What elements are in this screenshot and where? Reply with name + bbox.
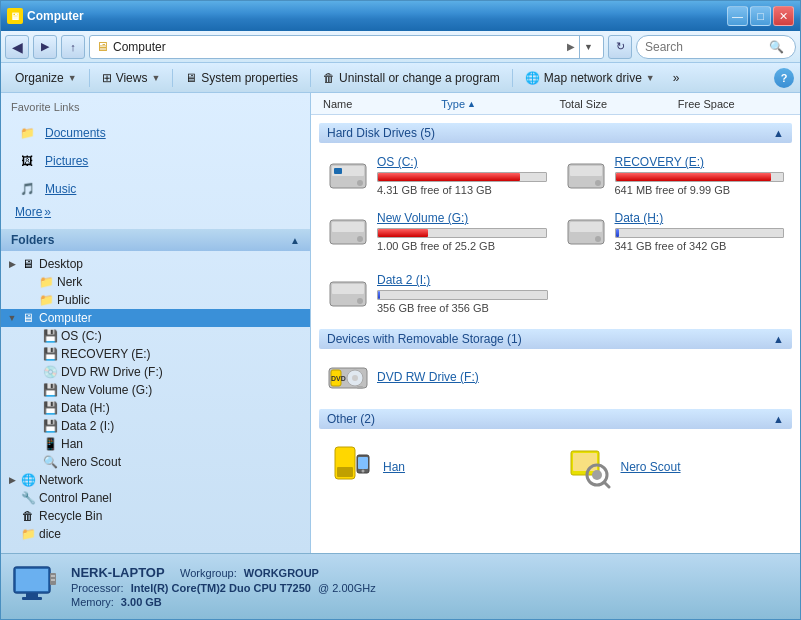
network-expand[interactable]: ▶ (7, 475, 17, 485)
tree-nerk[interactable]: 📁 Nerk (1, 273, 310, 291)
drive-recovery-e-info: RECOVERY (E:) 641 MB free of 9.99 GB (615, 155, 785, 196)
svg-rect-8 (332, 222, 364, 232)
tree-han[interactable]: 📱 Han (1, 435, 310, 453)
hdd-section-arrow[interactable]: ▲ (773, 127, 784, 139)
minimize-button[interactable]: — (727, 6, 748, 26)
help-button[interactable]: ? (774, 68, 794, 88)
svg-point-20 (352, 375, 358, 381)
removable-section-arrow[interactable]: ▲ (773, 333, 784, 345)
tree-dath-label: Data (H:) (61, 401, 110, 415)
tree-cp-label: Control Panel (39, 491, 112, 505)
maximize-button[interactable]: □ (750, 6, 771, 26)
col-name[interactable]: Name (319, 98, 437, 110)
status-computer-icon (11, 563, 59, 611)
fav-pictures-label: Pictures (45, 154, 88, 168)
tree-newvol-g[interactable]: 💾 New Volume (G:) (1, 381, 310, 399)
drive-data-h[interactable]: Data (H:) 341 GB free of 342 GB (557, 205, 793, 259)
search-box[interactable]: 🔍 (636, 35, 796, 59)
address-box[interactable]: 🖥 Computer ▶ ▼ (89, 35, 604, 59)
map-drive-button[interactable]: 🌐 Map network drive ▼ (517, 66, 663, 90)
tree-network[interactable]: ▶ 🌐 Network (1, 471, 310, 489)
status-memory: Memory: 3.00 GB (71, 596, 790, 608)
col-total-size[interactable]: Total Size (556, 98, 674, 110)
folders-collapse-arrow[interactable]: ▲ (290, 235, 300, 246)
drive-data2-i-bar-bg (377, 290, 548, 300)
nerk-icon: 📁 (37, 274, 55, 290)
system-props-button[interactable]: 🖥 System properties (177, 66, 306, 90)
svg-point-31 (592, 470, 602, 480)
drive-os-c-info: OS (C:) 4.31 GB free of 113 GB (377, 155, 547, 196)
osc-icon: 💾 (41, 328, 59, 344)
svg-rect-34 (26, 593, 38, 597)
map-arrow: ▼ (646, 73, 655, 83)
fav-more-btn[interactable]: More » (11, 203, 300, 221)
drive-os-c[interactable]: OS (C:) 4.31 GB free of 113 GB (319, 149, 555, 203)
organize-button[interactable]: Organize ▼ (7, 66, 85, 90)
uninstall-button[interactable]: 🗑 Uninstall or change a program (315, 66, 508, 90)
refresh-button[interactable]: ↻ (608, 35, 632, 59)
drive-data2-i[interactable]: Data 2 (I:) 356 GB free of 356 GB (319, 267, 556, 321)
han-icon: 📱 (41, 436, 59, 452)
desktop-expand[interactable]: ▶ (7, 259, 17, 269)
computer-icon: 🖥 (19, 310, 37, 326)
toolbar-sep-1 (89, 69, 90, 87)
views-icon: ⊞ (102, 71, 112, 85)
desktop-icon: 🖥 (19, 256, 37, 272)
tree-desktop[interactable]: ▶ 🖥 Desktop (1, 255, 310, 273)
drive-recovery-e-bar-bg (615, 172, 785, 182)
col-type[interactable]: Type ▲ (437, 98, 555, 110)
other-section-arrow[interactable]: ▲ (773, 413, 784, 425)
address-dropdown-btn[interactable]: ▼ (579, 36, 597, 58)
tree-public[interactable]: 📁 Public (1, 291, 310, 309)
titlebar-controls: — □ ✕ (727, 6, 794, 26)
dvd-drive-item[interactable]: DVD DVD RW Drive (F:) (319, 351, 792, 405)
tree-nvg-label: New Volume (G:) (61, 383, 152, 397)
fav-music-label: Music (45, 182, 76, 196)
dath-icon: 💾 (41, 400, 59, 416)
uninstall-icon: 🗑 (323, 71, 335, 85)
tree-data-h[interactable]: 💾 Data (H:) (1, 399, 310, 417)
svg-rect-35 (22, 597, 42, 600)
forward-button[interactable]: ▶ (33, 35, 57, 59)
col-free-space[interactable]: Free Space (674, 98, 792, 110)
tree-dvd-f[interactable]: 💿 DVD RW Drive (F:) (1, 363, 310, 381)
svg-rect-33 (16, 569, 48, 591)
drive-newvol-g-icon (327, 211, 369, 253)
up-button[interactable]: ↑ (61, 35, 85, 59)
tree-public-label: Public (57, 293, 90, 307)
fav-documents[interactable]: 📁 Documents (11, 119, 300, 147)
toolbar-sep-2 (172, 69, 173, 87)
computer-expand[interactable]: ▼ (7, 313, 17, 323)
svg-rect-25 (358, 457, 368, 469)
folders-title: Folders (11, 233, 54, 247)
tree-computer[interactable]: ▼ 🖥 Computer (1, 309, 310, 327)
tree-dice[interactable]: 📁 dice (1, 525, 310, 543)
tree-recovery-e[interactable]: 💾 RECOVERY (E:) (1, 345, 310, 363)
fav-pictures[interactable]: 🖼 Pictures (11, 147, 300, 175)
views-button[interactable]: ⊞ Views ▼ (94, 66, 169, 90)
close-button[interactable]: ✕ (773, 6, 794, 26)
drive-data2-i-free: 356 GB free of 356 GB (377, 302, 548, 314)
main-area: Favorite Links 📁 Documents 🖼 Pictures 🎵 … (1, 93, 800, 553)
drive-newvol-g[interactable]: New Volume (G:) 1.00 GB free of 25.2 GB (319, 205, 555, 259)
column-headers: Name Type ▲ Total Size Free Space (311, 93, 800, 115)
folder-tree: ▶ 🖥 Desktop 📁 Nerk � (1, 251, 310, 553)
tree-recycle-bin[interactable]: 🗑 Recycle Bin (1, 507, 310, 525)
other-han[interactable]: Han (319, 435, 555, 499)
tree-nero-scout[interactable]: 🔍 Nero Scout (1, 453, 310, 471)
tree-data2-i[interactable]: 💾 Data 2 (I:) (1, 417, 310, 435)
tree-control-panel[interactable]: 🔧 Control Panel (1, 489, 310, 507)
fav-music[interactable]: 🎵 Music (11, 175, 300, 203)
tree-os-c[interactable]: 💾 OS (C:) (1, 327, 310, 345)
search-icon[interactable]: 🔍 (769, 40, 784, 54)
drive-recovery-e-bar-fill (616, 173, 772, 181)
drive-recovery-e[interactable]: RECOVERY (E:) 641 MB free of 9.99 GB (557, 149, 793, 203)
dice-icon: 📁 (19, 526, 37, 542)
drive-data-h-bar-fill (616, 229, 619, 237)
tree-nerk-label: Nerk (57, 275, 82, 289)
back-button[interactable]: ◀ (5, 35, 29, 59)
svg-rect-38 (51, 579, 55, 581)
search-input[interactable] (645, 40, 765, 54)
other-nero-scout[interactable]: Nero Scout (557, 435, 793, 499)
more-button[interactable]: » (665, 66, 688, 90)
